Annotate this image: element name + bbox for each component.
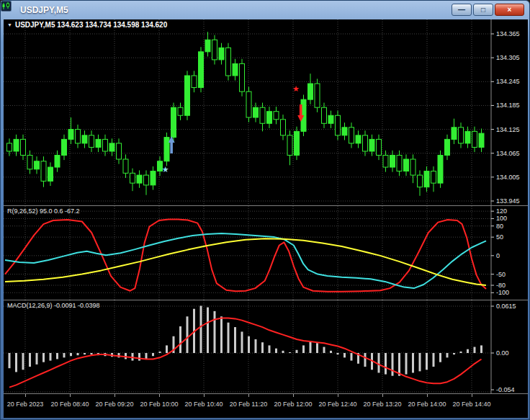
svg-text:100: 100 <box>496 215 507 222</box>
window-title: USDJPY,M5 <box>20 5 68 15</box>
time-tick <box>70 394 71 397</box>
svg-text:★: ★ <box>162 165 169 174</box>
time-axis-label: 20 Feb 14:40 <box>441 401 502 408</box>
svg-text:133.945: 133.945 <box>496 197 520 205</box>
chevron-down-icon[interactable]: ▼ <box>7 22 12 27</box>
chart-client-area[interactable]: ▼ USDJPY,M5 134.623 134.734 134.598 134.… <box>4 19 528 418</box>
app-window: USDJPY,M5 — □ × ▼ USDJPY,M5 134.623 134.… <box>0 0 530 420</box>
svg-text:0.00: 0.00 <box>496 349 509 357</box>
svg-text:134.305: 134.305 <box>496 54 520 61</box>
svg-text:-100: -100 <box>496 289 509 296</box>
time-tick <box>293 394 294 397</box>
macd-header: MACD(12,26,9) -0.0091 -0.0398 <box>7 302 100 309</box>
svg-text:134.365: 134.365 <box>496 30 520 37</box>
svg-text:120: 120 <box>496 207 507 215</box>
macd-header-text: MACD(12,26,9) -0.0091 -0.0398 <box>7 302 100 309</box>
time-tick <box>382 394 383 397</box>
time-tick <box>338 394 338 397</box>
chart-ohlc-header: ▼ USDJPY,M5 134.623 134.734 134.598 134.… <box>7 21 167 29</box>
oscillator-header: R(9,26,52) 95.0 0.6 -67.2 <box>7 207 80 215</box>
svg-text:134.125: 134.125 <box>496 126 520 133</box>
macd-panel[interactable]: MACD(12,26,9) -0.0091 -0.0398 0.06150.00… <box>4 300 528 393</box>
time-tick <box>114 394 115 397</box>
svg-text:134.245: 134.245 <box>496 78 520 85</box>
minimize-icon: — <box>458 6 465 14</box>
price-chart-canvas[interactable]: ★★134.365134.305134.245134.185134.125134… <box>4 19 528 205</box>
maximize-icon: □ <box>481 6 485 14</box>
time-tick <box>472 394 472 397</box>
svg-text:50: 50 <box>496 233 503 241</box>
svg-text:-0.054: -0.054 <box>496 386 515 393</box>
close-icon: × <box>508 6 512 14</box>
oscillator-header-text: R(9,26,52) 95.0 0.6 -67.2 <box>7 207 80 215</box>
svg-text:134.185: 134.185 <box>496 102 520 109</box>
time-axis[interactable]: 20 Feb 202320 Feb 08:4020 Feb 09:2020 Fe… <box>4 394 528 418</box>
price-chart-panel[interactable]: ▼ USDJPY,M5 134.623 134.734 134.598 134.… <box>4 19 528 205</box>
oscillator-panel[interactable]: R(9,26,52) 95.0 0.6 -67.2 12010080500-50… <box>4 206 528 300</box>
svg-text:0: 0 <box>496 252 500 259</box>
close-button[interactable]: × <box>495 4 524 16</box>
svg-text:-50: -50 <box>496 271 506 278</box>
time-tick <box>248 394 249 397</box>
time-tick <box>204 394 205 397</box>
svg-text:0.0615: 0.0615 <box>496 303 516 310</box>
svg-text:134.005: 134.005 <box>496 174 520 181</box>
window-controls: — □ × <box>452 4 524 16</box>
time-tick <box>159 394 160 397</box>
chart-app-icon <box>5 5 16 16</box>
svg-text:80: 80 <box>496 223 503 230</box>
svg-text:134.065: 134.065 <box>496 150 520 157</box>
time-tick <box>25 394 26 397</box>
svg-text:-80: -80 <box>496 282 506 289</box>
svg-text:★: ★ <box>292 84 300 93</box>
minimize-button[interactable]: — <box>452 4 472 16</box>
title-bar[interactable]: USDJPY,M5 — □ × <box>1 1 529 19</box>
chart-ohlc-text: USDJPY,M5 134.623 134.734 134.598 134.62… <box>15 21 167 29</box>
time-tick <box>427 394 428 397</box>
maximize-button[interactable]: □ <box>473 4 493 16</box>
oscillator-canvas[interactable]: 12010080500-50-80-100 <box>4 206 528 300</box>
macd-canvas[interactable]: 0.06150.00-0.054 <box>4 300 528 393</box>
